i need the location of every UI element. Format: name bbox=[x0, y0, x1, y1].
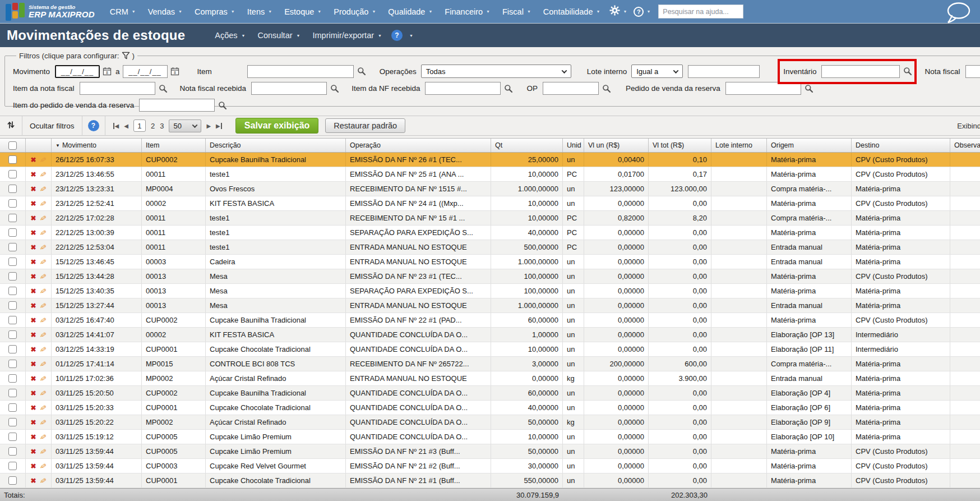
salvar-exibicao-button[interactable]: Salvar exibição bbox=[235, 118, 319, 134]
nf-recebida-input[interactable] bbox=[251, 82, 327, 95]
row-checkbox[interactable] bbox=[8, 214, 17, 222]
edit-pencil-icon[interactable]: ✎ bbox=[39, 243, 47, 252]
table-row[interactable]: ✖✎15/12/25 13:46:4500003CadeiraENTRADA M… bbox=[0, 255, 980, 269]
col-header-origem[interactable]: Origem bbox=[767, 139, 852, 152]
table-row[interactable]: ✖✎15/12/25 13:40:3500013MesaSEPARAÇÃO PA… bbox=[0, 284, 980, 298]
delete-icon[interactable]: ✖ bbox=[31, 346, 36, 353]
page-3-link[interactable]: 3 bbox=[160, 122, 164, 130]
delete-icon[interactable]: ✖ bbox=[31, 288, 36, 295]
search-icon[interactable] bbox=[158, 83, 169, 94]
search-icon[interactable] bbox=[356, 66, 367, 77]
edit-pencil-icon[interactable]: ✎ bbox=[39, 389, 47, 398]
delete-icon[interactable]: ✖ bbox=[31, 463, 36, 470]
row-checkbox[interactable] bbox=[8, 389, 17, 397]
toolbar-help-button[interactable]: ? bbox=[82, 116, 105, 135]
search-icon[interactable] bbox=[902, 66, 913, 77]
col-header-movimento[interactable]: ▼Movimento bbox=[52, 139, 142, 152]
delete-icon[interactable]: ✖ bbox=[31, 259, 36, 265]
edit-pencil-icon[interactable]: ✎ bbox=[39, 301, 47, 310]
row-checkbox[interactable] bbox=[8, 258, 17, 266]
search-icon[interactable] bbox=[503, 83, 514, 94]
nav-menu-crm[interactable]: CRM▼ bbox=[104, 4, 142, 20]
nav-menu-itens[interactable]: Itens▼ bbox=[241, 4, 278, 20]
help-menu[interactable]: ? ▼ bbox=[630, 4, 654, 19]
delete-icon[interactable]: ✖ bbox=[31, 419, 36, 426]
next-page-button[interactable]: ▶ bbox=[206, 123, 211, 129]
calendar-icon[interactable]: 8 bbox=[169, 66, 181, 77]
delete-icon[interactable]: ✖ bbox=[31, 477, 36, 484]
nav-menu-fiscal[interactable]: Fiscal▼ bbox=[496, 4, 537, 20]
edit-pencil-icon[interactable]: ✎ bbox=[39, 214, 47, 223]
row-checkbox[interactable] bbox=[8, 330, 17, 339]
page-2-link[interactable]: 2 bbox=[151, 122, 155, 130]
edit-pencil-icon[interactable]: ✎ bbox=[39, 418, 47, 427]
row-checkbox[interactable] bbox=[8, 199, 17, 208]
delete-icon[interactable]: ✖ bbox=[31, 244, 36, 251]
page-1-current[interactable]: 1 bbox=[133, 119, 146, 132]
search-icon[interactable] bbox=[601, 83, 612, 94]
col-header-vl_tot[interactable]: Vl tot (R$) bbox=[649, 139, 711, 152]
calendar-icon[interactable]: 8 bbox=[101, 66, 113, 77]
edit-pencil-icon[interactable]: ✎ bbox=[39, 170, 47, 179]
nav-menu-compras[interactable]: Compras▼ bbox=[188, 4, 241, 20]
col-header-obs[interactable]: Observações bbox=[950, 139, 980, 152]
nav-menu-contabilidade[interactable]: Contabilidade▼ bbox=[537, 4, 607, 20]
delete-icon[interactable]: ✖ bbox=[31, 215, 36, 222]
table-row[interactable]: ✖✎15/12/25 13:27:4400013MesaENTRADA MANU… bbox=[0, 298, 980, 313]
table-row[interactable]: ✖✎03/11/25 15:20:33CUP0001Cupcake Chocol… bbox=[0, 401, 980, 415]
edit-pencil-icon[interactable]: ✎ bbox=[39, 462, 47, 471]
table-row[interactable]: ✖✎23/12/25 13:46:5500011teste1EMISSÃO DA… bbox=[0, 167, 980, 182]
table-row[interactable]: ✖✎03/11/25 15:19:12CUP0005Cupcake Limão … bbox=[0, 430, 980, 444]
search-icon[interactable] bbox=[803, 83, 815, 94]
col-header-descricao[interactable]: Descrição bbox=[206, 139, 346, 152]
search-icon[interactable] bbox=[329, 83, 340, 94]
table-row[interactable]: ✖✎03/11/25 13:59:44CUP0003Cupcake Red Ve… bbox=[0, 459, 980, 474]
lote-interno-select[interactable]: Igual a bbox=[631, 65, 683, 78]
table-row[interactable]: ✖✎23/12/25 13:23:31MP0004Ovos FrescosREC… bbox=[0, 182, 980, 196]
nav-menu-produção[interactable]: Produção▼ bbox=[327, 4, 382, 20]
nav-menu-vendas[interactable]: Vendas▼ bbox=[142, 4, 188, 20]
table-row[interactable]: ✖✎22/12/25 17:02:2800011teste1RECEBIMENT… bbox=[0, 211, 980, 226]
row-checkbox[interactable] bbox=[8, 374, 17, 383]
table-row[interactable]: ✖✎23/12/25 12:52:4100002KIT FESTA BASICA… bbox=[0, 196, 980, 211]
row-checkbox[interactable] bbox=[8, 316, 17, 324]
table-row[interactable]: ✖✎03/11/25 13:59:44CUP0005Cupcake Limão … bbox=[0, 444, 980, 459]
table-row[interactable]: ✖✎10/11/25 17:02:36MP0002Açúcar Cristal … bbox=[0, 371, 980, 386]
table-row[interactable]: ✖✎03/12/25 16:47:40CUP0002Cupcake Baunil… bbox=[0, 313, 980, 328]
previous-page-button[interactable]: ◀ bbox=[124, 123, 128, 129]
edit-pencil-icon[interactable]: ✎ bbox=[39, 433, 47, 442]
col-header-operacao[interactable]: Operação bbox=[346, 139, 491, 152]
table-row[interactable]: ✖✎03/11/25 15:20:22MP0002Açúcar Cristal … bbox=[0, 415, 980, 430]
delete-icon[interactable]: ✖ bbox=[31, 157, 36, 163]
row-checkbox[interactable] bbox=[8, 345, 17, 353]
edit-pencil-icon[interactable]: ✎ bbox=[39, 155, 47, 164]
row-checkbox[interactable] bbox=[8, 155, 17, 164]
item-nf-recebida-input[interactable] bbox=[425, 82, 501, 95]
item-nf-input[interactable] bbox=[80, 82, 155, 95]
table-row[interactable]: ✖✎01/12/25 17:41:14MP0015CONTROLE BCI 80… bbox=[0, 357, 980, 371]
table-row[interactable]: ✖✎03/12/25 14:41:0700002KIT FESTA BASICA… bbox=[0, 328, 980, 342]
col-header-icons[interactable] bbox=[26, 139, 52, 152]
row-checkbox[interactable] bbox=[8, 228, 17, 237]
delete-icon[interactable]: ✖ bbox=[31, 302, 36, 309]
nav-menu-financeiro[interactable]: Financeiro▼ bbox=[438, 4, 496, 20]
delete-icon[interactable]: ✖ bbox=[31, 332, 36, 338]
select-all-checkbox[interactable] bbox=[8, 141, 17, 150]
delete-icon[interactable]: ✖ bbox=[31, 375, 36, 382]
row-checkbox[interactable] bbox=[8, 433, 17, 441]
ocultar-filtros-button[interactable]: Ocultar filtros bbox=[22, 116, 82, 135]
row-checkbox[interactable] bbox=[8, 287, 17, 295]
table-row[interactable]: ✖✎22/12/25 12:53:0400011teste1ENTRADA MA… bbox=[0, 240, 980, 255]
titlebar-menu-consultar[interactable]: Consultar▼ bbox=[251, 28, 306, 43]
select-all-header[interactable] bbox=[0, 139, 26, 152]
nav-menu-qualidade[interactable]: Qualidade▼ bbox=[382, 4, 438, 20]
edit-pencil-icon[interactable]: ✎ bbox=[39, 316, 47, 325]
item-input[interactable] bbox=[247, 65, 354, 78]
edit-pencil-icon[interactable]: ✎ bbox=[39, 330, 47, 339]
row-checkbox[interactable] bbox=[8, 272, 17, 281]
refresh-button[interactable] bbox=[0, 116, 22, 135]
movimento-date-to-input[interactable] bbox=[123, 65, 168, 78]
inventario-input[interactable] bbox=[821, 65, 900, 78]
col-header-unid[interactable]: Unid bbox=[563, 139, 584, 152]
col-header-item[interactable]: Item bbox=[142, 139, 206, 152]
